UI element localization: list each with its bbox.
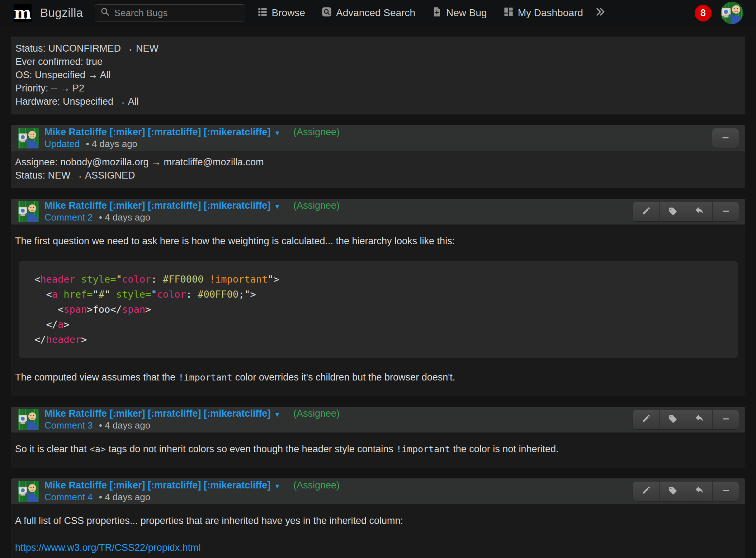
edit-button[interactable]: [633, 202, 659, 221]
commenter-avatar[interactable]: [18, 128, 39, 148]
browse-grid-icon: [257, 7, 268, 19]
comment-changes: Assignee: nobody@mozilla.org → mratcliff…: [11, 151, 745, 188]
timestamp: • 4 days ago: [99, 212, 151, 223]
author-link[interactable]: Mike Ratcliffe [:miker] [:mratcliffe] [:…: [44, 200, 270, 211]
comment-body: So it is clear that<a>tags do not inheri…: [11, 432, 745, 468]
comment-header: Mike Ratcliffe [:miker] [:mratcliffe] [:…: [11, 407, 745, 432]
comment-permalink[interactable]: Comment 4: [44, 492, 93, 502]
navbar-right: 8: [695, 2, 743, 24]
app-title[interactable]: Bugzilla: [40, 6, 83, 20]
advanced-search-icon: [322, 7, 332, 19]
tag-button[interactable]: [659, 410, 686, 429]
inline-code: <a>: [90, 444, 106, 454]
chevron-down-icon[interactable]: ▼: [274, 203, 280, 211]
code-block: <header style="color: #FF0000 !important…: [19, 261, 738, 358]
comment-body: The first question we need to ask here i…: [11, 224, 745, 396]
tag-icon: [668, 414, 677, 425]
notification-badge[interactable]: 8: [695, 5, 712, 22]
reply-button[interactable]: [686, 482, 712, 501]
collapse-button[interactable]: [712, 202, 739, 221]
comment-4: Mike Ratcliffe [:miker] [:mratcliffe] [:…: [11, 478, 745, 558]
comment-3: Mike Ratcliffe [:miker] [:mratcliffe] [:…: [11, 407, 745, 468]
nav-item-browse[interactable]: Browse: [257, 7, 305, 19]
chevron-double-right-icon: [595, 6, 606, 20]
minus-icon: [721, 414, 731, 425]
new-bug-icon: [432, 7, 442, 19]
commenter-avatar[interactable]: [18, 409, 39, 430]
minus-icon: [721, 486, 731, 496]
search-input[interactable]: [114, 8, 240, 19]
comment-header: Mike Ratcliffe [:miker] [:mratcliffe] [:…: [11, 125, 745, 151]
chevron-down-icon[interactable]: ▼: [274, 411, 280, 418]
activity-line: Status: UNCONFIRMED → NEW: [15, 42, 741, 55]
role-badge: (Assignee): [293, 127, 340, 138]
change-line: Status: NEW → ASSIGNED: [15, 169, 741, 182]
mozilla-logo[interactable]: m: [14, 4, 32, 22]
comment-actions: [633, 410, 739, 429]
reply-icon: [695, 486, 704, 496]
nav-overflow-button[interactable]: [595, 6, 606, 20]
tag-icon: [668, 486, 677, 496]
change-line: Assignee: nobody@mozilla.org → mratcliff…: [15, 156, 741, 169]
comment-body: A full list of CSS properties... propert…: [11, 504, 745, 558]
inline-code: !important: [396, 444, 450, 454]
nav-links: Browse Advanced Search New: [257, 7, 583, 19]
timestamp: • 4 days ago: [99, 420, 151, 431]
tag-button[interactable]: [659, 202, 686, 221]
tag-button[interactable]: [659, 482, 686, 501]
role-badge: (Assignee): [293, 200, 340, 211]
author-link[interactable]: Mike Ratcliffe [:miker] [:mratcliffe] [:…: [44, 480, 270, 491]
pencil-icon: [641, 414, 651, 425]
collapse-button[interactable]: [712, 482, 739, 501]
bug-page-main: Status: UNCONFIRMED → NEW Ever confirmed…: [0, 37, 756, 558]
pencil-icon: [641, 486, 651, 496]
comment-header: Mike Ratcliffe [:miker] [:mratcliffe] [:…: [11, 478, 745, 504]
nav-item-new-bug[interactable]: New Bug: [432, 7, 487, 19]
collapse-button[interactable]: [712, 410, 739, 429]
timestamp: • 4 days ago: [86, 138, 138, 149]
commenter-avatar[interactable]: [18, 481, 39, 502]
comment-2: Mike Ratcliffe [:miker] [:mratcliffe] [:…: [11, 199, 745, 396]
comment-updated: Mike Ratcliffe [:miker] [:mratcliffe] [:…: [11, 125, 745, 188]
reply-button[interactable]: [686, 202, 712, 221]
updated-link[interactable]: Updated: [44, 138, 80, 149]
chevron-down-icon[interactable]: ▼: [274, 483, 280, 490]
role-badge: (Assignee): [293, 480, 340, 491]
activity-line: Priority: -- → P2: [15, 82, 741, 95]
comment-paragraph: The computed view assumes that the!impor…: [15, 370, 741, 385]
author-link[interactable]: Mike Ratcliffe [:miker] [:mratcliffe] [:…: [44, 408, 270, 419]
author-link[interactable]: Mike Ratcliffe [:miker] [:mratcliffe] [:…: [44, 127, 270, 138]
search-icon: [100, 7, 110, 19]
w3c-link[interactable]: https://www.w3.org/TR/CSS22/propidx.html: [15, 542, 201, 553]
comment-header: Mike Ratcliffe [:miker] [:mratcliffe] [:…: [11, 199, 745, 224]
activity-line: Hardware: Unspecified → All: [15, 95, 741, 108]
reply-icon: [695, 414, 704, 425]
activity-line: OS: Unspecified → All: [15, 68, 741, 82]
timestamp: • 4 days ago: [99, 492, 151, 502]
top-navbar: m Bugzilla Browse: [0, 0, 756, 26]
activity-line: Ever confirmed: true: [15, 55, 741, 68]
dashboard-icon: [504, 7, 514, 19]
edit-button[interactable]: [633, 410, 659, 429]
minus-icon: [721, 207, 731, 217]
collapse-button[interactable]: [712, 128, 739, 148]
commenter-avatar[interactable]: [18, 201, 39, 222]
comment-permalink[interactable]: Comment 3: [44, 420, 93, 431]
reply-button[interactable]: [686, 410, 712, 429]
search-box[interactable]: [95, 4, 245, 22]
comment-permalink[interactable]: Comment 2: [44, 212, 93, 223]
nav-item-my-dashboard[interactable]: My Dashboard: [504, 7, 583, 19]
edit-button[interactable]: [633, 482, 659, 501]
comment-paragraph: https://www.w3.org/TR/CSS22/propidx.html: [15, 540, 741, 555]
tag-icon: [668, 207, 677, 217]
chevron-down-icon[interactable]: ▼: [274, 129, 280, 137]
inline-code: !important: [178, 372, 232, 383]
comment-paragraph: A full list of CSS properties... propert…: [15, 514, 741, 529]
reply-icon: [695, 207, 704, 217]
user-avatar[interactable]: [721, 2, 743, 24]
comment-paragraph: So it is clear that<a>tags do not inheri…: [15, 442, 741, 457]
pencil-icon: [641, 207, 651, 217]
comment-paragraph: The first question we need to ask here i…: [15, 234, 741, 249]
comment-actions: [712, 128, 739, 148]
nav-item-advanced-search[interactable]: Advanced Search: [322, 7, 415, 19]
